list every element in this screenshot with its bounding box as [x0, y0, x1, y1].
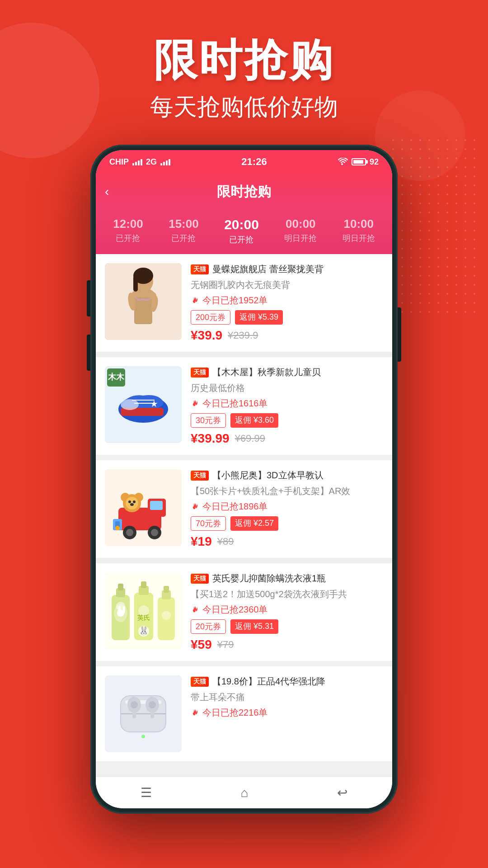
svg-text:★: ★ [150, 399, 158, 409]
svg-point-30 [128, 500, 131, 503]
svg-point-23 [126, 529, 133, 536]
svg-point-8 [148, 292, 156, 299]
time-value-1: 15:00 [169, 217, 199, 231]
svg-text:🐰: 🐰 [139, 626, 149, 636]
price-original-3: ¥79 [217, 639, 234, 651]
svg-rect-52 [164, 586, 169, 593]
time-tabs-bar: 12:00 已开抢 15:00 已开抢 20:00 已开抢 00:00 明日开抢… [96, 210, 392, 254]
svg-point-53 [162, 611, 171, 620]
nav-menu-icon[interactable]: ☰ [141, 785, 152, 800]
bear-illustration [105, 469, 182, 546]
store-badge-0: 天猫 [191, 264, 209, 274]
product-item-0[interactable]: 天猫 曼蝶妮旗舰店 蕾丝聚拢美背 无钢圈乳胶内衣无痕美背 今日已抢1952单 2… [96, 254, 392, 352]
time-tab-3[interactable]: 00:00 明日开抢 [284, 217, 317, 245]
product-image-4 [105, 675, 182, 752]
svg-point-67 [141, 735, 145, 738]
product-desc-1: 历史最低价格 [191, 382, 383, 394]
time-tab-2-active[interactable]: 20:00 已开抢 [224, 217, 259, 245]
product-item-4[interactable]: 天猫 【19.8价】正品4代华强北降 带上耳朵不痛 今日已抢2216单 [96, 666, 392, 761]
store-badge-4: 天猫 [191, 677, 209, 687]
time-label-2: 已开抢 [229, 234, 253, 245]
back-button[interactable]: ‹ [105, 184, 109, 199]
nav-back-icon[interactable]: ↩ [337, 785, 347, 800]
time-label-1: 已开抢 [171, 233, 196, 244]
price-original-0: ¥239.9 [228, 330, 258, 341]
coupon-tag-1: 30元券 [191, 413, 226, 428]
status-bar: CHIP 2G 21:26 [96, 150, 392, 174]
product-title-4: 【19.8价】正品4代华强北降 [212, 675, 325, 688]
battery-label: 92 [370, 157, 379, 167]
bottom-nav: ☰ ⌂ ↩ [96, 777, 392, 808]
price-row-0: ¥39.9 ¥239.9 [191, 328, 383, 343]
price-main-2: ¥19 [191, 534, 212, 549]
phone-button-volume-up [87, 280, 90, 316]
sold-count-2: 今日已抢1896单 [202, 500, 268, 513]
hero-title: 限时抢购 [0, 36, 488, 84]
price-original-2: ¥89 [217, 536, 234, 547]
product-info-4: 天猫 【19.8价】正品4代华强北降 带上耳朵不痛 今日已抢2216单 [191, 675, 383, 752]
svg-rect-66 [150, 709, 154, 718]
product-title-2: 【小熊尼奥】3D立体早教认 [212, 469, 324, 481]
svg-point-16 [121, 399, 139, 410]
product-image-0 [105, 263, 182, 340]
nav-home-icon[interactable]: ⌂ [241, 786, 249, 800]
time-tab-0[interactable]: 12:00 已开抢 [113, 217, 143, 245]
product-item-1[interactable]: 木木 [96, 357, 392, 455]
product-bear-visual [105, 469, 182, 546]
time-tab-1[interactable]: 15:00 已开抢 [169, 217, 199, 245]
product-store-row-1: 天猫 【木木屋】秋季新款儿童贝 [191, 366, 383, 378]
product-store-row-2: 天猫 【小熊尼奥】3D立体早教认 [191, 469, 383, 481]
bra-illustration [105, 263, 182, 340]
rebate-tag-0: 返佣 ¥5.39 [235, 310, 283, 325]
fire-icon-0 [191, 296, 200, 305]
price-row-1: ¥39.99 ¥69.99 [191, 431, 383, 446]
phone-mockup: CHIP 2G 21:26 [90, 145, 398, 814]
svg-rect-43 [118, 606, 121, 613]
time-value-4: 10:00 [344, 217, 374, 231]
time-value-3: 00:00 [286, 217, 316, 231]
product-desc-2: 【50张卡片+铁质礼盒+手机支架】AR效 [191, 485, 383, 497]
product-detergent-visual: 英氏 🐰 [105, 572, 182, 649]
hero-subtitle: 每天抢购低价好物 [0, 91, 488, 123]
time-value-2: 20:00 [224, 217, 259, 232]
svg-point-32 [130, 503, 134, 506]
shoes-illustration: 木木 [105, 366, 182, 443]
product-desc-4: 带上耳朵不痛 [191, 691, 383, 703]
svg-rect-39 [118, 584, 123, 590]
store-name-0: 曼蝶妮旗舰店 蕾丝聚拢美背 [212, 263, 324, 275]
sold-count-4: 今日已抢2216单 [202, 707, 268, 719]
svg-point-31 [133, 500, 136, 503]
network-label: 2G [146, 157, 157, 167]
status-left: CHIP 2G [109, 157, 170, 167]
status-right: 92 [338, 157, 379, 167]
product-store-row-3: 天猫 英氏婴儿抑菌除螨洗衣液1瓶 [191, 572, 383, 585]
svg-rect-44 [123, 606, 125, 613]
wifi-icon [338, 158, 348, 166]
svg-text:英氏: 英氏 [137, 614, 150, 621]
product-bra-visual [105, 263, 182, 340]
earbuds-illustration [105, 675, 182, 752]
svg-rect-47 [141, 581, 146, 588]
phone-screen: CHIP 2G 21:26 [96, 150, 392, 808]
time-tab-4[interactable]: 10:00 明日开抢 [343, 217, 375, 245]
signal-icon [132, 158, 142, 165]
carrier-label: CHIP [109, 157, 129, 167]
product-item-2[interactable]: 天猫 【小熊尼奥】3D立体早教认 【50张卡片+铁质礼盒+手机支架】AR效 今日… [96, 460, 392, 558]
rebate-tag-1: 返佣 ¥3.60 [230, 413, 278, 428]
coupon-tag-3: 20元券 [191, 619, 226, 634]
product-item-3[interactable]: 英氏 🐰 [96, 563, 392, 661]
fire-icon-4 [191, 708, 200, 717]
product-image-1: 木木 [105, 366, 182, 443]
signal-icon-2 [160, 158, 170, 165]
product-desc-0: 无钢圈乳胶内衣无痕美背 [191, 279, 383, 291]
svg-point-64 [149, 701, 156, 708]
product-earbuds-visual [105, 675, 182, 752]
time-value-0: 12:00 [113, 217, 143, 231]
time-label-3: 明日开抢 [284, 233, 317, 244]
price-main-3: ¥59 [191, 637, 212, 652]
price-original-1: ¥69.99 [235, 433, 265, 444]
fire-icon-1 [191, 399, 200, 408]
product-info-3: 天猫 英氏婴儿抑菌除螨洗衣液1瓶 【买1送2！加送500g*2袋洗衣液到手共 今… [191, 572, 383, 652]
product-desc-3: 【买1送2！加送500g*2袋洗衣液到手共 [191, 588, 383, 600]
sold-count-0: 今日已抢1952单 [202, 294, 268, 307]
